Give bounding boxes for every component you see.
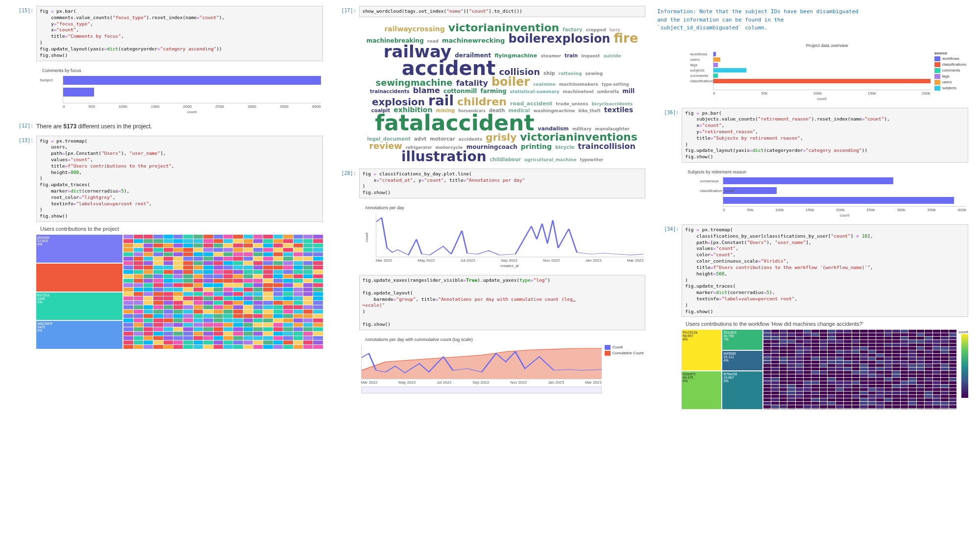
annotations-per-day-log-chart[interactable]: Annotations per day with cummulative cou… xyxy=(359,334,646,396)
treemap-cell[interactable]: WAGNER34232% xyxy=(36,321,122,349)
legend: source workflows classifications comment… xyxy=(934,51,966,101)
output-17: railwaycrossing victorianinvention facto… xyxy=(335,21,646,165)
treemap-mosaic xyxy=(123,235,323,349)
code-cell[interactable]: fig.update_xaxes(rangeslider_visible=Tru… xyxy=(359,275,646,330)
treemap-cell[interactable] xyxy=(36,264,122,292)
users-treemap[interactable]: Users contributions to the project pbroo… xyxy=(36,226,323,342)
column-2: [17]: show_wordcloud(tags.set_index("nam… xyxy=(335,6,646,403)
treemap-cell[interactable]: pbrooks12,8106% xyxy=(36,235,122,263)
x-axis-label: count xyxy=(63,110,321,114)
output-13: Users contributions to the project pbroo… xyxy=(12,226,323,342)
output-36: Subjects by retirement reason consensus … xyxy=(657,167,968,220)
output-34: Users contributions to the workflow 'How… xyxy=(657,321,968,403)
x-axis-ticks: Mar 2022May 2022Jul 2022Sep 2022Nov 2022… xyxy=(361,380,602,385)
code-cell[interactable]: fig = px.treemap( users, path=[px.Consta… xyxy=(36,136,323,222)
prompt-label: [17]: xyxy=(335,6,356,13)
svg-marker-0 xyxy=(362,348,602,378)
x-axis-ticks: 05001000150020002500300035004000 xyxy=(63,104,321,109)
notebook-grid: [15]: fig = px.bar( comments.value_count… xyxy=(12,6,968,403)
comments-by-focus-chart[interactable]: Comments by focus Subject 05001000150020… xyxy=(36,65,323,117)
subjects-retirement-chart[interactable]: Subjects by retirement reason consensus … xyxy=(682,167,968,220)
code-cell[interactable]: show_wordcloud(tags.set_index("name")["c… xyxy=(359,6,646,17)
cell-15: [15]: fig = px.bar( comments.value_count… xyxy=(12,6,323,61)
markdown-output: There are 5173 different users in the pr… xyxy=(36,121,323,132)
x-axis-label: created_at xyxy=(376,264,644,268)
code-cell[interactable]: fig = px.bar( comments.value_counts("foc… xyxy=(36,6,323,61)
chart-title: Users contributions to the workflow 'How… xyxy=(686,321,968,327)
chart-title: Annotations per day with cummulative cou… xyxy=(365,337,644,342)
treemap-mosaic xyxy=(763,330,956,409)
prompt-label: [28]: xyxy=(335,169,356,176)
treemap-cell[interactable]: 951c0c345,7307% xyxy=(722,330,762,349)
prompt-label: [12]: xyxy=(12,121,33,128)
colorbar xyxy=(961,334,968,398)
rangeslider[interactable] xyxy=(361,387,602,393)
treemap-cell[interactable]: Prc1512e58,9578% xyxy=(682,330,721,370)
cell-13: [13]: fig = px.treemap( users, path=[px.… xyxy=(12,136,323,222)
info-note: Information: Note that the subject IDs h… xyxy=(657,6,968,36)
chart-title: Annotations per day xyxy=(365,205,644,210)
output-28b: Annotations per day with cummulative cou… xyxy=(335,334,646,396)
cell-28: [28]: fig = classifications_by_day.plot.… xyxy=(335,169,646,198)
cell-34: [34]: fig = px.treemap( classifications_… xyxy=(657,224,968,317)
prompt-label: [15]: xyxy=(12,6,33,13)
wordcloud: railwaycrossing victorianinvention facto… xyxy=(359,21,646,165)
chart-title: Subjects by retirement reason xyxy=(687,170,966,174)
column-3: Information: Note that the subject IDs h… xyxy=(657,6,968,403)
cell-12: [12]: There are 5173 different users in … xyxy=(12,121,323,132)
x-axis-ticks: Mar 2022May 2022Jul 2022Sep 2022Nov 2022… xyxy=(376,258,644,263)
chart-title: Users contributions to the project xyxy=(40,226,323,232)
code-cell[interactable]: fig = px.treemap( classifications_by_use… xyxy=(682,224,968,317)
treemap-cell[interactable]: M4958025,1114% xyxy=(722,351,762,370)
cell-28b: fig.update_xaxes(rangeslider_visible=Tru… xyxy=(335,275,646,330)
legend: Count Cumulative Count xyxy=(605,345,644,393)
workflow-treemap[interactable]: Users contributions to the workflow 'How… xyxy=(682,321,968,403)
annotations-per-day-chart[interactable]: Annotations per day count Mar 2022May 20… xyxy=(359,202,646,271)
treemap-cell[interactable]: GSesP240,4756% xyxy=(682,371,721,410)
prompt-label: [36]: xyxy=(657,108,679,115)
chart-title: Comments by focus xyxy=(42,68,321,73)
treemap-cell[interactable]: BV151822451% xyxy=(36,293,122,320)
cell-17: [17]: show_wordcloud(tags.set_index("nam… xyxy=(335,6,646,17)
project-overview-chart[interactable]: Project data overview workflows users ta… xyxy=(682,40,968,104)
chart-title: Project data overview xyxy=(687,43,966,48)
column-1: [15]: fig = px.bar( comments.value_count… xyxy=(12,6,323,403)
output-28: Annotations per day count Mar 2022May 20… xyxy=(335,202,646,271)
cell-36: [36]: fig = px.bar( subjects.value_count… xyxy=(657,108,968,163)
code-cell[interactable]: fig = classifications_by_day.plot.line( … xyxy=(359,169,646,198)
code-cell[interactable]: fig = px.bar( subjects.value_counts("ret… xyxy=(682,108,968,163)
output-overview: Project data overview workflows users ta… xyxy=(657,40,968,104)
bar-label: Subject xyxy=(40,78,53,82)
prompt-label: [13]: xyxy=(12,136,33,143)
output-15: Comments by focus Subject 05001000150020… xyxy=(12,65,323,117)
treemap-cell[interactable]: B79ec5819,6673% xyxy=(722,371,762,410)
prompt-label: [34]: xyxy=(657,224,679,232)
